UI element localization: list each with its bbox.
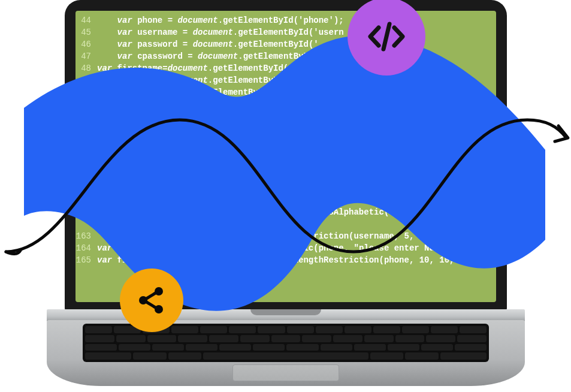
code-text: me=document.getElement (93, 98, 248, 110)
code-text: if(isAl (93, 134, 203, 146)
code-text: (isAlphanumeric(cpassw (93, 182, 419, 194)
code-text: me=document.getElementById (93, 86, 268, 98)
code-line: 46 var password = document.getElementByI… (75, 38, 496, 50)
code-line: ');if(isAlphabetic(username,"Please Ente… (75, 206, 496, 218)
code-line: if(isAl (75, 134, 496, 146)
line-number (75, 158, 93, 170)
code-text: ');if(isAlphabetic(username,"Please Ente… (93, 206, 496, 218)
line-number (75, 218, 93, 230)
code-line: (isAlphanumeric(cpassw (75, 182, 496, 194)
code-text: var phone = document.getElementById('pho… (93, 14, 344, 26)
share-icon (134, 282, 170, 318)
code-line: phanumeric(passw (75, 158, 496, 170)
line-number (75, 170, 93, 182)
code-line: if(lengthRestriction(cpassword, 5, 10,"f… (75, 194, 496, 206)
code-text: var firstname=document.getElementById(' (93, 62, 294, 74)
code-text: engthRestriction(passw (93, 170, 419, 182)
laptop-screen: 44 var phone = document.getElementById('… (75, 11, 496, 302)
code-line: 163 'fname');if(lengthRestriction(userna… (75, 230, 496, 242)
line-number: 46 (75, 38, 93, 50)
code-line: ID No"); (75, 146, 496, 158)
code-badge (348, 0, 425, 76)
line-number: 50 (75, 86, 93, 98)
code-line: 165var firstname ById('fname');if(length… (75, 254, 496, 266)
code-icon (364, 14, 409, 59)
code-text: if(lengthRestriction(cpassword, 5, 10,"f… (93, 194, 496, 206)
code-line: 44 var phone = document.getElementById('… (75, 14, 496, 26)
code-text: var username = document.getElementById('… (93, 26, 344, 38)
line-number: 48 (75, 62, 93, 74)
line-number (75, 122, 93, 134)
line-number: 163 (75, 230, 93, 242)
illustration-canvas: 44 var phone = document.getElementById('… (0, 0, 571, 392)
code-text: ID No"); (93, 146, 374, 158)
code-line: 45 var username = document.getElementByI… (75, 26, 496, 38)
share-badge (120, 269, 183, 332)
code-text: phanumeric(passw (93, 158, 399, 170)
line-number: 164 (75, 242, 93, 254)
line-number (75, 194, 93, 206)
line-number: 49 (75, 74, 93, 86)
line-number (75, 98, 93, 110)
laptop-hinge (47, 309, 525, 321)
laptop-device: 44 var phone = document.getElementById('… (47, 0, 525, 392)
code-text: var cpassword = document.getElementById (93, 50, 313, 62)
code-line: 50 me=document.getElementById (75, 86, 496, 98)
code-text: 'fname');if(lengthRestriction(username, … (93, 230, 470, 242)
line-number: 47 (75, 50, 93, 62)
code-line: engthRestriction(passw (75, 170, 496, 182)
line-number: 45 (75, 26, 93, 38)
hinge-notch (250, 309, 321, 315)
line-number (75, 134, 93, 146)
code-text: var firstname ById('fname');if(lengthRes… (93, 254, 490, 266)
line-number (75, 146, 93, 158)
line-number: 44 (75, 14, 93, 26)
line-number (75, 206, 93, 218)
line-number: 165 (75, 254, 93, 266)
code-line: 47 var cpassword = document.getElementBy… (75, 50, 496, 62)
code-editor-content: 44 var phone = document.getElementById('… (75, 11, 496, 302)
code-line: me=document.getElement (75, 98, 496, 110)
code-text: ")){ (93, 218, 273, 230)
code-line: 48var firstname=document.getElementById(… (75, 62, 496, 74)
sine-line-tail (6, 251, 20, 254)
code-line: ")){ (75, 218, 496, 230)
code-text: var password = document.getElementById(' (93, 38, 319, 50)
code-line: = if(lengthRe (75, 122, 496, 134)
sine-line-arrow (555, 126, 568, 141)
code-text: var fi 'fname');if(isNumeric(phone, "ple… (93, 242, 470, 254)
code-text: = if(lengthRe (93, 122, 218, 134)
line-number (75, 110, 93, 122)
code-text: var firstname=document.getElementById (93, 74, 283, 86)
laptop-base (47, 320, 525, 386)
line-number (75, 182, 93, 194)
code-line: 164var fi 'fname');if(isNumeric(phone, "… (75, 242, 496, 254)
code-text: me=document.getE (93, 110, 218, 122)
code-line: 49var firstname=document.getElementById (75, 74, 496, 86)
code-line: me=document.getE (75, 110, 496, 122)
laptop-trackpad (232, 364, 339, 381)
